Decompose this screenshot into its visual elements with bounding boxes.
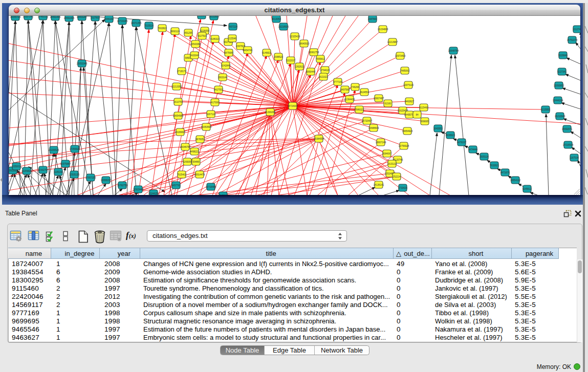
svg-text:9327503: 9327503	[198, 35, 207, 37]
svg-text:9245012: 9245012	[219, 194, 228, 195]
svg-text:9227341: 9227341	[557, 71, 567, 73]
svg-text:2087682: 2087682	[368, 18, 377, 20]
svg-text:1167534: 1167534	[570, 157, 579, 159]
svg-text:746266: 746266	[351, 86, 359, 89]
svg-text:32975887: 32975887	[60, 163, 71, 165]
svg-text:2420046: 2420046	[190, 54, 199, 57]
svg-text:9115460: 9115460	[419, 106, 428, 109]
svg-text:8427552: 8427552	[214, 89, 223, 91]
svg-text:12325419: 12325419	[290, 35, 300, 38]
svg-text:2935114: 2935114	[480, 156, 489, 158]
svg-text:7515524: 7515524	[144, 25, 154, 27]
svg-text:4498222: 4498222	[190, 150, 199, 153]
svg-text:16210643: 16210643	[555, 115, 565, 118]
svg-text:3215955: 3215955	[541, 108, 550, 111]
svg-text:12923448: 12923448	[133, 188, 144, 191]
svg-text:20557241: 20557241	[23, 16, 34, 18]
svg-text:12342757: 12342757	[38, 169, 49, 171]
svg-text:7485063: 7485063	[400, 70, 409, 72]
svg-text:12213392: 12213392	[171, 85, 182, 88]
svg-text:16033809: 16033809	[209, 16, 220, 18]
svg-text:16543382: 16543382	[190, 43, 201, 46]
svg-text:11156829: 11156829	[21, 170, 32, 172]
svg-text:15751074: 15751074	[567, 39, 578, 41]
svg-text:12213967: 12213967	[387, 41, 398, 43]
svg-text:1733426: 1733426	[398, 187, 407, 189]
svg-text:17460332: 17460332	[38, 16, 49, 18]
svg-text:2718170: 2718170	[177, 70, 186, 73]
svg-text:1312748: 1312748	[573, 28, 580, 31]
svg-text:5875685: 5875685	[224, 52, 233, 54]
svg-text:6990448: 6990448	[306, 71, 315, 73]
svg-text:19353594: 19353594	[201, 126, 212, 128]
svg-text:19654923: 19654923	[402, 130, 413, 133]
svg-text:16154808: 16154808	[378, 28, 388, 31]
svg-text:16914479: 16914479	[194, 173, 205, 176]
svg-text:9457791: 9457791	[171, 184, 181, 187]
svg-text:19654985: 19654985	[173, 115, 184, 117]
svg-text:7857224: 7857224	[228, 26, 237, 28]
svg-text:10958157: 10958157	[101, 179, 112, 182]
svg-text:10973493: 10973493	[395, 55, 406, 57]
svg-text:3269099: 3269099	[183, 161, 192, 163]
svg-text:84: 84	[416, 114, 419, 116]
svg-text:1588520: 1588520	[274, 56, 283, 58]
svg-text:12505135: 12505135	[69, 173, 80, 176]
svg-text:1621022: 1621022	[319, 76, 328, 78]
svg-text:1603380: 1603380	[197, 16, 206, 17]
svg-text:1615132: 1615132	[387, 163, 397, 165]
svg-text:21300295: 21300295	[265, 111, 276, 114]
svg-text:20691406: 20691406	[50, 16, 61, 18]
svg-text:1145194: 1145194	[54, 171, 63, 173]
svg-text:9777169: 9777169	[333, 81, 342, 83]
svg-text:891295: 891295	[184, 32, 192, 34]
svg-text:12444194: 12444194	[553, 99, 563, 102]
svg-text:99489: 99489	[193, 161, 200, 163]
svg-text:19166827: 19166827	[175, 131, 186, 134]
svg-text:9242848: 9242848	[221, 64, 230, 67]
svg-text:6466160: 6466160	[104, 18, 114, 20]
svg-text:17957255: 17957255	[85, 177, 96, 179]
svg-text:18724007: 18724007	[288, 105, 298, 107]
svg-text:18807249: 18807249	[376, 141, 386, 144]
svg-text:9463627: 9463627	[405, 100, 414, 103]
svg-text:9245612: 9245612	[522, 188, 532, 190]
svg-text:7632621: 7632621	[490, 164, 499, 167]
svg-text:8471676: 8471676	[500, 171, 510, 174]
svg-text:8454749: 8454749	[243, 49, 252, 52]
svg-text:10653287: 10653287	[77, 16, 88, 18]
svg-text:15720407: 15720407	[362, 120, 373, 122]
svg-text:10756928: 10756928	[399, 145, 409, 147]
svg-text:9084067: 9084067	[382, 152, 391, 155]
svg-text:2803144: 2803144	[218, 76, 227, 79]
svg-text:1362615: 1362615	[295, 65, 304, 68]
svg-text:19218506: 19218506	[278, 26, 289, 28]
svg-text:899695: 899695	[421, 120, 429, 123]
svg-text:215546: 215546	[228, 37, 236, 40]
svg-text:16671355: 16671355	[131, 22, 142, 25]
svg-text:18640910: 18640910	[299, 42, 310, 45]
svg-text:6479197: 6479197	[457, 141, 466, 144]
svg-text:6497568: 6497568	[340, 89, 350, 91]
svg-text:8938923: 8938923	[446, 134, 455, 137]
svg-text:10688609: 10688609	[368, 127, 379, 129]
svg-text:3267110: 3267110	[206, 113, 215, 116]
svg-text:20691406: 20691406	[64, 17, 75, 19]
svg-text:13716485: 13716485	[206, 186, 216, 188]
svg-text:7955812: 7955812	[316, 58, 325, 60]
svg-text:12093852: 12093852	[554, 84, 564, 87]
svg-text:14136141: 14136141	[374, 184, 384, 186]
svg-text:16648784: 16648784	[448, 50, 459, 52]
svg-text:16046788: 16046788	[180, 146, 191, 148]
svg-text:252214: 252214	[393, 176, 401, 178]
svg-text:20206526: 20206526	[49, 149, 59, 151]
svg-text:9329946: 9329946	[558, 54, 568, 57]
svg-text:14055724: 14055724	[10, 16, 21, 18]
svg-text:16961758: 16961758	[309, 51, 319, 54]
svg-text:6794028: 6794028	[320, 69, 330, 72]
svg-text:12975115: 12975115	[403, 84, 414, 86]
svg-text:19384554: 19384554	[314, 138, 324, 140]
svg-text:15692971: 15692971	[562, 128, 573, 130]
svg-text:8660124: 8660124	[170, 30, 180, 33]
svg-text:5322037: 5322037	[286, 59, 295, 62]
